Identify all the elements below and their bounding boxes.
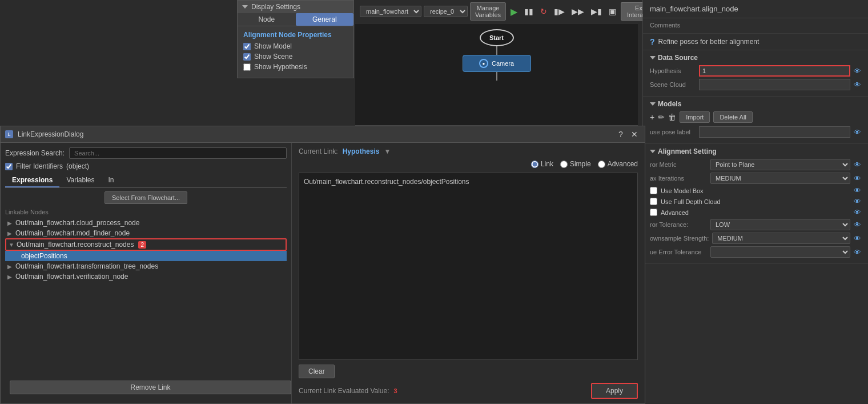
dialog-left-pane: Expression Search: Filter Identifiers (o… <box>1 143 292 403</box>
show-scene-row[interactable]: Show Scene <box>243 53 348 61</box>
value-error-tolerance-eye[interactable]: 👁 <box>854 248 861 257</box>
flow-arrow-1 <box>496 46 497 55</box>
data-source-title: Data Source <box>658 54 698 62</box>
advanced-checkbox[interactable] <box>650 209 657 216</box>
step-button[interactable]: ▮▶ <box>552 6 567 17</box>
max-iterations-eye[interactable]: 👁 <box>854 174 861 183</box>
filter-identifiers-checkbox[interactable] <box>5 163 13 170</box>
expression-search-row: Expression Search: <box>5 147 287 159</box>
tree-item-verification[interactable]: ▶ Out/main_flowchart.verification_node <box>5 271 287 282</box>
tree-item-object-positions[interactable]: objectPositions <box>5 251 287 261</box>
advanced-eye[interactable]: 👁 <box>854 208 861 217</box>
apply-badge: 3 <box>394 387 397 394</box>
tree-item-mod-finder[interactable]: ▶ Out/main_flowchart.mod_finder_node <box>5 228 287 238</box>
error-metric-select[interactable]: Point to Plane <box>710 159 850 170</box>
tab-general[interactable]: General <box>296 13 354 26</box>
show-hypothesis-label: Show Hypothesis <box>254 63 307 71</box>
display-settings-title: Display Settings <box>251 3 300 11</box>
tab-variables[interactable]: Variables <box>59 174 101 187</box>
current-link-row: Current Link: Hypothesis ▼ <box>299 147 638 155</box>
link-type-link-radio[interactable] <box>531 161 539 168</box>
models-edit-button[interactable]: ✏ <box>658 113 665 122</box>
tree-label-object-positions: objectPositions <box>21 252 67 260</box>
link-type-advanced-radio[interactable] <box>598 161 605 168</box>
use-model-box-checkbox[interactable] <box>650 187 657 194</box>
models-toolbar: + ✏ 🗑 Import Delete All <box>650 111 861 123</box>
tree-item-reconstruct-nodes[interactable]: ▼ Out/main_flowchart.reconstruct_nodes 2 <box>5 238 287 251</box>
error-tolerance-select[interactable]: LOW <box>710 219 850 230</box>
link-type-link-opt: Link <box>531 160 553 168</box>
current-link-eval-row: Current Link Evaluated Value: 3 Apply <box>299 383 638 399</box>
use-model-box-eye[interactable]: 👁 <box>854 186 861 195</box>
next-button[interactable]: ▶▮ <box>589 6 604 17</box>
help-button[interactable]: ? <box>615 129 626 140</box>
tree-item-cloud-process[interactable]: ▶ Out/main_flowchart.cloud_process_node <box>5 218 287 228</box>
play-button[interactable]: ▶ <box>508 5 520 18</box>
tree-label-reconstruct: Out/main_flowchart.reconstruct_nodes <box>17 241 134 249</box>
flowchart-select[interactable]: main_flowchart <box>360 6 421 17</box>
apply-button[interactable]: Apply <box>591 383 638 399</box>
scene-cloud-eye-button[interactable]: 👁 <box>854 81 861 89</box>
close-button[interactable]: ✕ <box>629 129 640 140</box>
scene-cloud-row: Scene Cloud 👁 <box>650 79 861 90</box>
show-model-row[interactable]: Show Model <box>243 42 348 50</box>
manage-variables-button[interactable]: Manage Variables <box>470 2 506 21</box>
hypothesis-input[interactable]: 1 <box>699 65 850 77</box>
data-source-header: Data Source <box>650 54 861 62</box>
camera-label: Camera <box>492 60 514 67</box>
remove-link-button[interactable]: Remove Link <box>10 381 291 394</box>
tree-label-cloud-process: Out/main_flowchart.cloud_process_node <box>15 219 139 227</box>
fast-forward-button[interactable]: ▶▶ <box>569 6 586 17</box>
search-input[interactable] <box>69 147 287 159</box>
downsample-strength-select[interactable]: MEDIUM <box>712 233 850 244</box>
delete-all-button[interactable]: Delete All <box>713 111 752 123</box>
link-expression-dialog: L LinkExpressionDialog ? ✕ Expression Se… <box>0 126 645 404</box>
import-button[interactable]: Import <box>680 111 710 123</box>
filter-row: Filter Identifiers (object) <box>5 162 287 170</box>
tree-item-transformation-tree[interactable]: ▶ Out/main_flowchart.transformation_tree… <box>5 261 287 271</box>
error-tolerance-eye[interactable]: 👁 <box>854 221 861 229</box>
models-delete-button[interactable]: 🗑 <box>668 113 676 122</box>
show-hypothesis-row[interactable]: Show Hypothesis <box>243 63 348 71</box>
alignment-node-properties-title: Alignment Node Properties <box>243 31 348 39</box>
show-hypothesis-checkbox[interactable] <box>243 63 251 71</box>
display-settings-tabs: Node General <box>238 13 353 26</box>
filter-tag: (object) <box>66 162 89 170</box>
collapse-icon <box>242 5 248 9</box>
link-type-advanced-label: Advanced <box>608 160 638 168</box>
reset-button[interactable]: ↻ <box>538 6 549 17</box>
tab-node[interactable]: Node <box>238 13 296 26</box>
select-from-flowchart-button[interactable]: Select From Flowchart... <box>105 191 187 204</box>
link-type-simple-radio[interactable] <box>560 161 568 168</box>
use-full-depth-cloud-checkbox[interactable] <box>650 198 657 205</box>
dialog-right-pane: Current Link: Hypothesis ▼ Link Simple A… <box>292 143 645 403</box>
show-scene-label: Show Scene <box>254 53 292 61</box>
value-error-tolerance-select[interactable] <box>710 246 850 258</box>
error-metric-eye[interactable]: 👁 <box>854 161 861 169</box>
show-scene-checkbox[interactable] <box>243 53 251 61</box>
alignment-setting-section: Alignment Setting ror Metric Point to Pl… <box>643 144 868 264</box>
clear-button[interactable]: Clear <box>299 365 335 378</box>
use-full-depth-cloud-eye[interactable]: 👁 <box>854 197 861 206</box>
max-iterations-label: ax Iterations <box>650 175 707 182</box>
scene-cloud-input[interactable] <box>699 79 850 90</box>
comments-label: Comments <box>650 22 861 29</box>
show-model-checkbox[interactable] <box>243 43 251 50</box>
data-source-collapse-icon <box>650 56 656 59</box>
right-panel: main_flowchart.align_node Comments ? Ref… <box>642 0 868 404</box>
recipe-select[interactable]: recipe_0 <box>424 6 468 17</box>
display-settings-content: Alignment Node Properties Show Model Sho… <box>238 26 353 78</box>
downsample-strength-eye[interactable]: 👁 <box>854 234 861 243</box>
tab-in[interactable]: In <box>102 174 121 187</box>
use-pose-eye-button[interactable]: 👁 <box>854 128 861 137</box>
max-iterations-select[interactable]: MEDIUM <box>710 173 850 184</box>
use-pose-label: use pose label <box>650 129 696 135</box>
hypothesis-label: Hypothesis <box>650 67 696 74</box>
models-add-button[interactable]: + <box>650 113 654 122</box>
tab-expressions[interactable]: Expressions <box>5 174 59 187</box>
use-pose-input[interactable] <box>699 126 850 138</box>
pause-button[interactable]: ▮▮ <box>522 6 536 17</box>
capture-button[interactable]: ▣ <box>606 6 618 17</box>
error-metric-row: ror Metric Point to Plane 👁 <box>650 159 861 170</box>
hypothesis-eye-button[interactable]: 👁 <box>854 67 861 75</box>
